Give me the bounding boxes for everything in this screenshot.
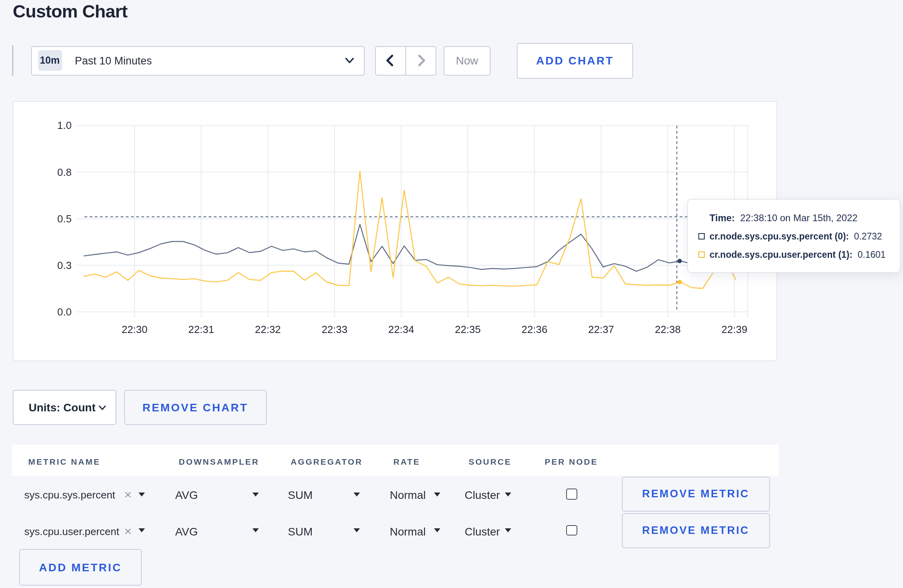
svg-text:22:35: 22:35 xyxy=(455,323,481,335)
svg-text:22:34: 22:34 xyxy=(388,323,414,335)
svg-text:22:32: 22:32 xyxy=(255,323,281,335)
svg-text:22:30: 22:30 xyxy=(121,323,147,335)
svg-text:0.8: 0.8 xyxy=(57,166,72,178)
svg-text:22:37: 22:37 xyxy=(588,323,614,335)
svg-text:22:38: 22:38 xyxy=(655,323,681,335)
svg-text:22:39: 22:39 xyxy=(721,323,747,335)
svg-text:22:36: 22:36 xyxy=(522,323,547,335)
svg-text:22:31: 22:31 xyxy=(188,323,214,335)
svg-text:0.5: 0.5 xyxy=(57,212,72,224)
svg-text:1.0: 1.0 xyxy=(57,119,72,131)
svg-text:0.0: 0.0 xyxy=(57,306,72,317)
svg-text:0.3: 0.3 xyxy=(57,259,72,271)
svg-text:22:33: 22:33 xyxy=(322,323,348,335)
